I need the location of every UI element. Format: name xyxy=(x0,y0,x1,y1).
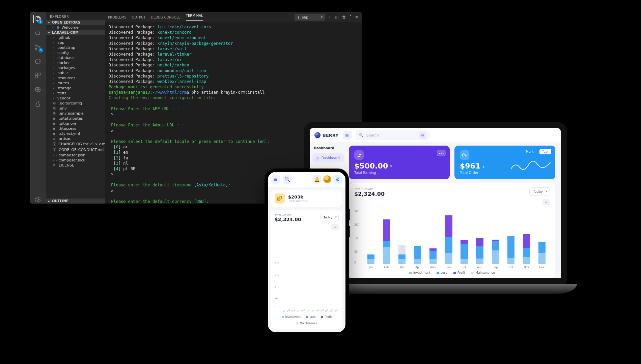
tab-problems[interactable]: PROBLEMS xyxy=(108,16,127,19)
tree-item[interactable]: ›docker xyxy=(46,60,105,65)
brand-name: BERRY xyxy=(323,133,339,138)
tree-item[interactable]: ›packages xyxy=(46,65,105,70)
project-section[interactable]: ▾ LARAVEL-CRM xyxy=(46,30,105,35)
legend-item[interactable]: Loss xyxy=(437,271,447,274)
project-label: LARAVEL-CRM xyxy=(52,31,79,34)
open-editors-section[interactable]: ▾ OPEN EDITORS xyxy=(46,20,105,25)
scm-badge: 5 xyxy=(38,48,43,53)
brand: BERRY xyxy=(314,132,339,138)
tree-item[interactable]: ⚙.env.example xyxy=(46,111,105,116)
tree-item[interactable]: ◆.gitattributes xyxy=(46,116,105,121)
tune-icon[interactable]: ⚙ xyxy=(419,131,426,139)
bar-Feb: Feb xyxy=(286,270,290,313)
explorer-title: EXPLORER xyxy=(46,12,105,20)
panel-menu-icon[interactable]: ≡ xyxy=(542,199,550,205)
sidebar: EXPLORER ▾ OPEN EDITORS × ⊞ Welcome ▾ LA… xyxy=(46,12,105,204)
remote-icon[interactable] xyxy=(34,86,42,94)
phone-panel-menu-icon[interactable]: ≡ xyxy=(331,224,339,230)
outline-section[interactable]: ▸ OUTLINE xyxy=(46,199,105,204)
gear-icon[interactable] xyxy=(34,195,42,204)
svg-point-3 xyxy=(35,45,37,46)
phone-range-dropdown[interactable]: Today xyxy=(320,214,339,221)
kill-terminal-icon[interactable]: 🗑 xyxy=(342,15,346,20)
tab-terminal[interactable]: TERMINAL xyxy=(186,14,203,21)
tree-item[interactable]: {}composer.lock xyxy=(46,158,105,163)
tree-item[interactable]: {}composer.json xyxy=(46,153,105,158)
nav-item-label: Dashboard xyxy=(322,156,340,160)
tree-item[interactable]: ›app xyxy=(46,40,105,45)
avatar[interactable] xyxy=(323,175,331,183)
legend-item[interactable]: Maintenance xyxy=(471,271,495,274)
debug-icon[interactable] xyxy=(34,57,42,65)
maximize-panel-icon[interactable]: ˄ xyxy=(350,15,352,20)
legend-item[interactable]: Loss xyxy=(306,315,316,318)
tree-item[interactable]: ≡LICENSE xyxy=(46,163,105,168)
bar-Nov: Nov xyxy=(329,282,333,313)
wallet-icon: 🗂 xyxy=(354,150,364,160)
bar-Oct: Oct xyxy=(325,284,328,313)
legend-item[interactable]: Investment xyxy=(409,271,430,274)
search-input[interactable]: 🔍 Search ⚙ xyxy=(356,130,430,140)
extensions-icon[interactable] xyxy=(34,71,42,80)
tab-output[interactable]: OUTPUT xyxy=(132,16,146,19)
phone-search-icon[interactable]: 🔍 xyxy=(283,175,291,184)
bar-Jan: Jan xyxy=(282,300,285,313)
tree-item[interactable]: ›storage xyxy=(46,86,105,91)
phone-menu-icon[interactable]: ≡ xyxy=(271,175,280,184)
tab-debug-console[interactable]: DEBUG CONSOLE xyxy=(151,16,180,19)
bar-Nov: Nov xyxy=(521,234,532,269)
new-terminal-icon[interactable]: + xyxy=(328,15,332,20)
bar-Dec: Dec xyxy=(334,290,338,313)
range-month[interactable]: Month xyxy=(523,149,538,154)
explorer-icon[interactable]: 1 xyxy=(33,15,41,23)
nav-item-dashboard[interactable]: ◷ Dashboard xyxy=(312,153,344,162)
tree-item[interactable]: ◆.htaccess xyxy=(46,126,105,131)
legend-item[interactable]: Profit xyxy=(321,315,332,318)
trend-down-icon: ▾ xyxy=(390,164,392,169)
growth-chart: 380280180800JanFebMarAprMayJunJulAugSepO… xyxy=(354,205,550,269)
tree-item[interactable]: ›database xyxy=(46,55,105,60)
earning-label: Total Earning xyxy=(354,171,444,175)
tree-item[interactable]: ›routes xyxy=(46,81,105,86)
bar-Sep: Sep xyxy=(490,240,501,269)
search-icon[interactable] xyxy=(34,29,42,37)
tree-item[interactable]: ›public xyxy=(46,70,105,75)
split-terminal-icon[interactable]: ◫ xyxy=(335,15,339,20)
menu-toggle-icon[interactable]: ≡ xyxy=(343,131,352,140)
tree-item[interactable]: ›.github xyxy=(46,35,105,40)
legend-item[interactable]: Profit xyxy=(453,271,465,274)
tree-item[interactable]: ⚙.editorconfig xyxy=(46,101,105,106)
income-icon: 🗊 xyxy=(275,193,285,204)
order-value: $961 xyxy=(460,162,480,170)
bar-Mar: Mar xyxy=(396,245,408,269)
tree-item[interactable]: ›tests xyxy=(46,91,105,96)
notifications-icon[interactable]: 🔔 xyxy=(312,175,321,184)
scm-icon[interactable]: 5 xyxy=(34,43,42,51)
card-menu-icon[interactable]: ⋯ xyxy=(437,150,446,156)
explorer-badge: 1 xyxy=(38,20,43,24)
activity-bar: 1 5 xyxy=(30,12,46,204)
settings-icon[interactable]: ⚙ xyxy=(333,175,342,184)
card-total-earning: 🗂 ⋯ $500.00 ▾ Total Earning xyxy=(349,146,450,179)
tree-item[interactable]: ›resources xyxy=(46,75,105,81)
terminal-shell-dropdown[interactable]: 1: php xyxy=(295,14,325,21)
tree-item[interactable]: ◆.styleci.yml xyxy=(46,131,105,136)
income-label: Total Income xyxy=(288,200,307,203)
bar-Sep: Sep xyxy=(320,287,324,313)
tree-item[interactable]: ⚙.env xyxy=(46,106,105,111)
close-panel-icon[interactable]: ✕ xyxy=(355,15,358,20)
legend-item[interactable]: Maintenance xyxy=(296,322,317,325)
tree-item[interactable]: ›config xyxy=(46,50,105,55)
bar-Oct: Oct xyxy=(505,236,517,269)
tree-item[interactable]: ›bootstrap xyxy=(46,45,105,50)
tree-item[interactable]: ◆.gitignore xyxy=(46,121,105,126)
testing-icon[interactable] xyxy=(34,100,42,108)
tree-item[interactable]: ⓘCODE_OF_CONDUCT.md xyxy=(46,147,105,153)
tree-item[interactable]: ≡artisan xyxy=(46,136,105,141)
tree-item[interactable]: ›vendor xyxy=(46,96,105,101)
open-editor-welcome[interactable]: × ⊞ Welcome xyxy=(46,25,105,30)
range-year[interactable]: Year xyxy=(539,149,551,154)
tree-item[interactable]: ⓘCHANGELOG for v1.x.x.md xyxy=(46,141,105,147)
growth-range-dropdown[interactable]: Today xyxy=(529,187,550,196)
legend-item[interactable]: Investment xyxy=(282,315,301,318)
